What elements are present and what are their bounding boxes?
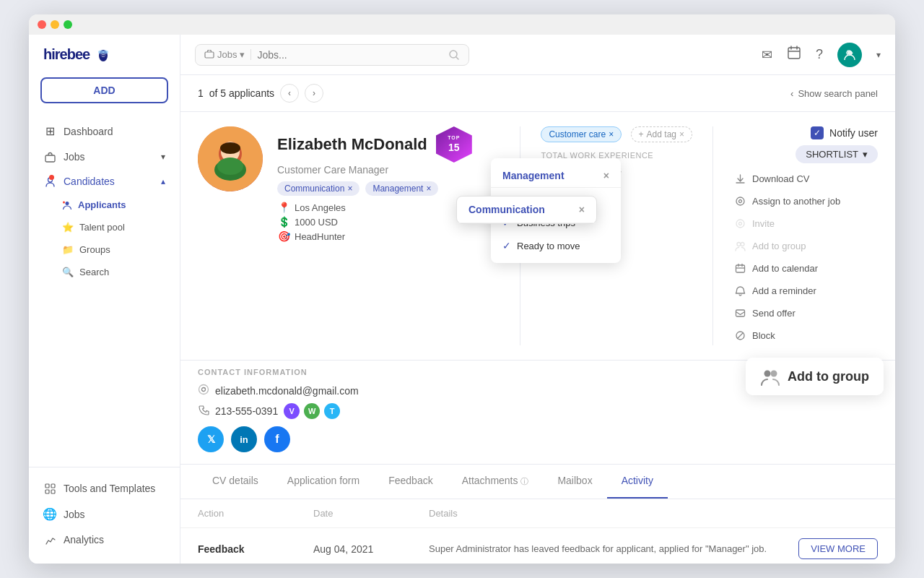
svg-rect-12	[45, 490, 49, 493]
action-assign-job[interactable]: Assign to another job	[733, 191, 878, 211]
close-dot[interactable]	[38, 20, 46, 29]
minimize-dot[interactable]	[51, 20, 59, 29]
mail-icon[interactable]: ✉	[762, 47, 772, 63]
tags-dropdown-close[interactable]: ×	[603, 170, 609, 181]
pagination-info: 1 of 5 applicants ‹ ›	[198, 84, 323, 103]
tools-icon	[43, 483, 56, 494]
tab-feedback[interactable]: Feedback	[374, 465, 447, 499]
user-avatar[interactable]	[837, 43, 862, 67]
search-bar: Jobs ▾	[195, 44, 469, 66]
show-search-panel-btn[interactable]: ‹ Show search panel	[790, 88, 878, 99]
comm-tag-label: Communication	[468, 204, 545, 215]
col-details: Details	[429, 508, 878, 519]
action-label: Add a reminder	[752, 285, 816, 296]
sidebar-item-dashboard[interactable]: ⊞ Dashboard	[29, 118, 180, 144]
sidebar-item-label: Candidates	[64, 176, 115, 187]
tab-application-form[interactable]: Application form	[273, 465, 374, 499]
calendar-icon[interactable]	[787, 46, 801, 64]
whatsapp-badge: W	[304, 403, 320, 419]
add-button[interactable]: ADD	[40, 77, 168, 103]
search-type-selector[interactable]: Jobs ▾	[204, 49, 251, 60]
sidebar-item-jobs2[interactable]: 🌐 Jobs	[29, 501, 180, 527]
tab-cv-details[interactable]: CV details	[198, 465, 273, 499]
groups-icon: 📁	[62, 244, 74, 255]
location-icon: 📍	[277, 202, 290, 213]
offer-icon	[733, 308, 746, 319]
pagination-current: 1	[198, 87, 204, 99]
show-panel-label: Show search panel	[798, 88, 878, 99]
profile-name-row: Elizabeth McDonald TOP 15	[277, 126, 500, 163]
sidebar-subitem-label: Groups	[79, 244, 110, 255]
sidebar-item-tools[interactable]: Tools and Templates	[29, 476, 180, 501]
pagination-next[interactable]: ›	[305, 84, 323, 103]
svg-rect-30	[736, 265, 744, 272]
row-date: Aug 04, 2021	[313, 543, 429, 555]
table-row: Feedback Aug 04, 2021 Super Administrato…	[180, 528, 895, 564]
shortlist-chevron: ▾	[863, 149, 868, 160]
phone-value: 213-555-0391	[215, 405, 278, 417]
pagination-prev[interactable]: ‹	[280, 84, 299, 103]
telegram-badge: T	[324, 403, 340, 419]
comm-close-icon[interactable]: ×	[579, 204, 585, 215]
tag-remove-icon[interactable]: ×	[347, 184, 352, 194]
sidebar-subitem-label: Applicants	[78, 199, 126, 210]
sidebar-item-analytics[interactable]: Analytics	[29, 527, 180, 552]
notify-checkbox[interactable]: ✓	[811, 126, 824, 139]
tag-remove-icon[interactable]: ×	[426, 184, 431, 194]
tab-attachments[interactable]: Attachments ⓘ	[448, 465, 544, 499]
search-input[interactable]	[257, 49, 443, 61]
phone-badges: V W T	[284, 403, 340, 419]
row-action: Feedback	[198, 543, 313, 555]
add-to-group-popup: Add to group	[746, 358, 884, 395]
sidebar-bottom-label: Analytics	[64, 534, 104, 545]
tab-mailbox[interactable]: Mailbox	[543, 465, 606, 499]
plus-icon: +	[639, 129, 644, 139]
sidebar-item-jobs[interactable]: Jobs ▾	[29, 144, 180, 169]
shortlist-button[interactable]: SHORTLIST ▾	[796, 145, 878, 163]
download-icon	[733, 173, 746, 184]
group-icon	[733, 241, 746, 251]
facebook-button[interactable]: f	[264, 426, 290, 452]
tab-activity[interactable]: Activity	[607, 465, 668, 499]
tag-management: Management ×	[365, 181, 438, 196]
sidebar-item-search[interactable]: 🔍 Search	[29, 261, 180, 283]
shortlist-row: SHORTLIST ▾	[733, 145, 878, 163]
facebook-icon: f	[275, 433, 279, 446]
action-send-offer[interactable]: Send offer	[733, 303, 878, 323]
profile-tags: Communication × Management ×	[277, 181, 500, 196]
action-download-cv[interactable]: Download CV	[733, 169, 878, 189]
view-more-button[interactable]: VIEW MORE	[798, 538, 878, 559]
avatar-chevron[interactable]: ▾	[876, 50, 881, 60]
sidebar-item-applicants[interactable]: Applicants	[29, 194, 180, 216]
phone-icon	[198, 405, 209, 418]
source-value: HeadHunter	[295, 231, 345, 242]
table-header: Action Date Details	[180, 499, 895, 528]
col-action: Action	[198, 508, 313, 519]
help-icon[interactable]: ?	[816, 47, 823, 62]
reminder-icon	[733, 285, 746, 296]
logo: hirebee	[29, 46, 180, 77]
maximize-dot[interactable]	[64, 20, 72, 29]
top-badge: TOP 15	[436, 126, 472, 163]
salary-icon: 💲	[277, 216, 290, 228]
action-add-calendar[interactable]: Add to calendar	[733, 259, 878, 278]
twitter-button[interactable]: 𝕏	[198, 426, 224, 452]
sidebar-subitem-label: Search	[79, 267, 109, 277]
category-tag-remove[interactable]: ×	[609, 129, 614, 139]
add-tag-button[interactable]: + Add tag ×	[631, 126, 692, 142]
applicants-icon	[62, 200, 72, 210]
action-block[interactable]: Block	[733, 326, 878, 345]
sidebar-item-candidates[interactable]: Candidates ▴	[29, 169, 180, 194]
linkedin-button[interactable]: in	[231, 426, 257, 452]
row-details: Super Administrator has leaved feedback …	[429, 543, 767, 554]
candidates-badge	[49, 175, 54, 180]
shortlist-label: SHORTLIST	[806, 149, 858, 160]
profile-avatar	[198, 126, 263, 191]
sidebar-item-groups[interactable]: 📁 Groups	[29, 238, 180, 261]
action-label: Download CV	[752, 173, 810, 184]
search-type-chevron: ▾	[240, 49, 245, 60]
sidebar-item-talent-pool[interactable]: ⭐ Talent pool	[29, 216, 180, 238]
action-add-reminder[interactable]: Add a reminder	[733, 281, 878, 301]
tag-item-move[interactable]: ✓ Ready to move	[491, 234, 621, 257]
tag-communication: Communication ×	[277, 181, 359, 196]
